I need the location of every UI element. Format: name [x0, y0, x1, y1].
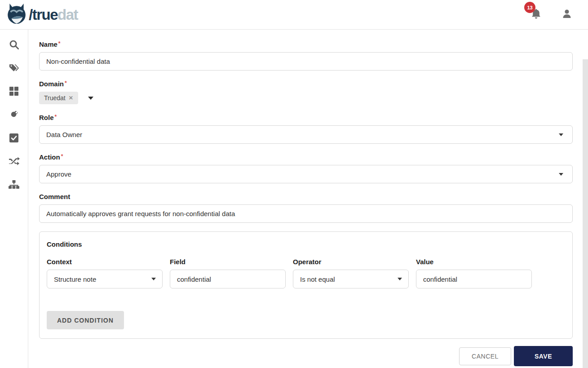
- condition-row: Context Structure note Field Operator Is…: [47, 258, 565, 288]
- required-asterisk: *: [65, 80, 67, 86]
- condition-operator-column: Operator Is not equal: [293, 258, 409, 288]
- owl-logo-icon: [6, 3, 27, 27]
- apps-grid-icon: [9, 86, 19, 98]
- context-selected-value: Structure note: [54, 275, 96, 283]
- comment-input[interactable]: [39, 204, 573, 223]
- bell-icon: [531, 13, 541, 21]
- shuffle-icon: [9, 157, 20, 168]
- chevron-down-icon: [151, 278, 156, 280]
- operator-select[interactable]: Is not equal: [293, 270, 409, 288]
- truedat-logo[interactable]: /truedat: [6, 3, 78, 27]
- cancel-button[interactable]: CANCEL: [459, 347, 511, 365]
- add-condition-button[interactable]: ADD CONDITION: [47, 311, 124, 329]
- brand-dat: dat: [57, 6, 78, 23]
- page-body: Name* Domain* Truedat ✕ Role* Data Owner…: [0, 30, 588, 368]
- value-input[interactable]: [416, 270, 532, 288]
- rule-form: Name* Domain* Truedat ✕ Role* Data Owner…: [28, 30, 588, 368]
- sidebar-item-search[interactable]: [8, 40, 20, 51]
- sidebar-item-quality[interactable]: [8, 133, 20, 145]
- scrollbar-thumb[interactable]: [583, 59, 588, 368]
- notifications-button[interactable]: 13: [531, 8, 541, 21]
- context-select[interactable]: Structure note: [47, 270, 163, 288]
- conditions-title: Conditions: [47, 240, 565, 248]
- name-input[interactable]: [39, 52, 573, 71]
- form-footer: CANCEL SAVE: [39, 346, 573, 366]
- brand-slash: /: [29, 6, 32, 23]
- chevron-down-icon: [559, 173, 563, 176]
- user-icon: [562, 13, 572, 21]
- condition-field-column: Field: [170, 258, 286, 288]
- sidebar-item-organization[interactable]: [8, 180, 20, 191]
- sidebar-item-lineage[interactable]: [8, 156, 20, 168]
- brand-true: true: [32, 6, 57, 23]
- role-label: Role*: [39, 114, 573, 121]
- sitemap-icon: [9, 180, 19, 191]
- operator-selected-value: Is not equal: [300, 275, 335, 283]
- required-asterisk: *: [55, 114, 57, 120]
- save-button[interactable]: SAVE: [514, 346, 573, 366]
- remove-tag-icon[interactable]: ✕: [69, 95, 73, 101]
- domain-label: Domain*: [39, 80, 573, 88]
- value-label: Value: [416, 258, 532, 266]
- field-label: Field: [170, 258, 286, 266]
- sidebar-item-catalog[interactable]: [8, 86, 20, 98]
- condition-context-column: Context Structure note: [47, 258, 163, 288]
- tags-icon: [9, 63, 20, 75]
- name-label: Name*: [39, 40, 573, 48]
- header-actions: 13: [531, 8, 576, 21]
- required-asterisk: *: [61, 153, 63, 160]
- condition-value-column: Value: [416, 258, 532, 288]
- role-selected-value: Data Owner: [46, 131, 82, 138]
- chevron-down-icon: [559, 133, 563, 136]
- comment-label: Comment: [39, 193, 573, 200]
- user-menu-button[interactable]: [562, 9, 572, 21]
- domain-tag-label: Truedat: [44, 94, 66, 102]
- domain-select: Truedat ✕: [39, 92, 573, 104]
- operator-label: Operator: [293, 258, 409, 266]
- left-sidebar: [0, 30, 28, 368]
- conditions-panel: Conditions Context Structure note Field …: [39, 231, 573, 339]
- key-icon: [9, 110, 19, 122]
- field-input[interactable]: [170, 270, 286, 288]
- action-label: Action*: [39, 153, 573, 161]
- role-select[interactable]: Data Owner: [39, 125, 573, 144]
- check-square-icon: [9, 133, 19, 145]
- action-selected-value: Approve: [46, 170, 71, 178]
- action-select[interactable]: Approve: [39, 165, 573, 183]
- required-asterisk: *: [58, 40, 61, 47]
- vertical-scrollbar[interactable]: [583, 59, 588, 368]
- top-header: /truedat 13: [0, 0, 588, 30]
- brand-wordmark: /truedat: [29, 7, 78, 22]
- domain-tag[interactable]: Truedat ✕: [39, 92, 78, 104]
- sidebar-item-permissions[interactable]: [8, 110, 20, 121]
- context-label: Context: [47, 258, 163, 266]
- chevron-down-icon: [398, 278, 402, 280]
- notification-count-badge: 13: [524, 2, 535, 13]
- domain-dropdown-caret-icon[interactable]: [88, 97, 93, 100]
- sidebar-item-glossary[interactable]: [8, 63, 20, 75]
- search-icon: [9, 40, 19, 52]
